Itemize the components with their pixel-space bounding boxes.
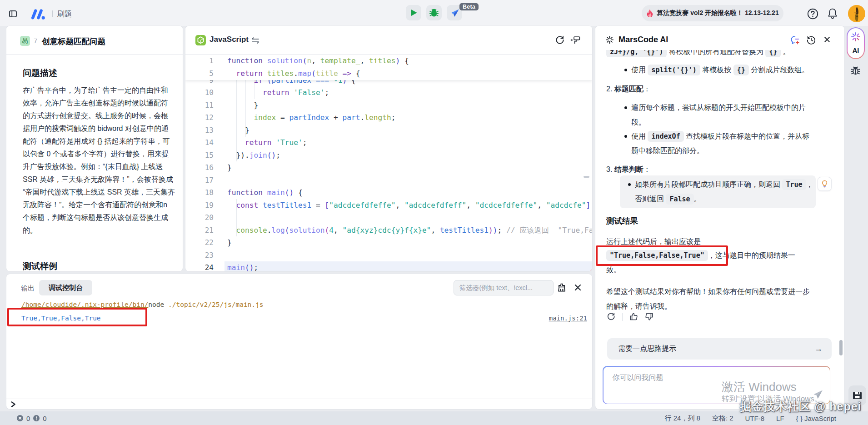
code-line-22[interactable]: 22} bbox=[185, 236, 592, 249]
code-text: } bbox=[227, 236, 232, 249]
code-line-24[interactable]: 24main(); bbox=[185, 261, 592, 271]
code-line-10[interactable]: 10 return 'False'; bbox=[185, 86, 592, 99]
bullet-dot bbox=[628, 183, 631, 186]
thumbs-down-icon[interactable] bbox=[645, 312, 653, 321]
ai-list-item: 遍历每个标题，尝试从标题的开头开始匹配模板中的片 段。 bbox=[606, 100, 815, 130]
ai-sidebar-button[interactable]: AI bbox=[847, 27, 865, 59]
marscode-ai-panel: 希望这个测试结果对你有帮助！如果你有任何问题或需要进一步 的解释，请告诉我。"T… bbox=[595, 26, 844, 409]
problem-desc-heading: 问题描述 bbox=[23, 67, 57, 79]
line-number: 5 bbox=[185, 67, 214, 80]
code-line-16[interactable]: 16} bbox=[185, 161, 592, 174]
code-text: function main() { bbox=[227, 186, 303, 199]
issue-report-icon[interactable] bbox=[850, 65, 861, 76]
warnings-count[interactable]: 0 bbox=[43, 415, 46, 422]
arrow-right-icon: → bbox=[814, 344, 823, 354]
notification-text: 算法竞技赛 vol2 开始报名啦！ 12.13-12.21 bbox=[657, 9, 778, 17]
ai-clipped-line: zJ+}/g, '{}') 将模板中的所有通配符替换为 {} 。 bbox=[606, 50, 815, 59]
console-panel: 输出 调试控制台 筛选器(例如 text、!excl... /home/clou… bbox=[6, 274, 592, 409]
code-line-18[interactable]: 18function main() { bbox=[185, 186, 592, 199]
clear-console-icon[interactable] bbox=[557, 283, 566, 292]
thumbs-up-icon[interactable] bbox=[629, 312, 638, 321]
code-text: } bbox=[227, 124, 249, 137]
encoding[interactable]: UTF-8 bbox=[745, 415, 765, 422]
console-prompt-icon[interactable] bbox=[10, 401, 16, 407]
problems-summary[interactable]: 0 0 bbox=[17, 411, 47, 425]
line-number: 24 bbox=[185, 261, 214, 271]
problem-header: 易 7 创意标题匹配问题 bbox=[6, 26, 183, 55]
code-line-14[interactable]: 14 return 'True'; bbox=[185, 136, 592, 149]
code-text: return titles.map(title => { bbox=[227, 67, 360, 80]
problem-title: 创意标题匹配问题 bbox=[42, 36, 105, 47]
flame-icon bbox=[646, 9, 653, 18]
line-number: 11 bbox=[185, 99, 214, 112]
console-filter-input[interactable]: 筛选器(例如 text、!excl... bbox=[454, 280, 554, 295]
marscode-ai-icon bbox=[606, 36, 614, 44]
help-icon[interactable] bbox=[807, 8, 818, 20]
command-path[interactable]: /home/cloudide/.nix-profile/bin/ bbox=[21, 301, 148, 308]
indentation[interactable]: 空格: 2 bbox=[712, 414, 733, 423]
code-line-1[interactable]: 1function solution(n, template_, titles)… bbox=[185, 55, 592, 67]
eol-type[interactable]: LF bbox=[776, 415, 784, 422]
ai-scrollbar-thumb[interactable] bbox=[839, 340, 843, 355]
braces-icon: { } bbox=[796, 415, 803, 422]
hint-suggestion-button[interactable]: 需要一点思路提示 → bbox=[607, 338, 832, 360]
avatar[interactable] bbox=[848, 5, 865, 22]
app-section-label: 刷题 bbox=[57, 10, 72, 19]
console-source-link[interactable]: main.js:21 bbox=[549, 314, 587, 323]
notification-banner[interactable]: 算法竞技赛 vol2 开始报名啦！ 12.13-12.21 bbox=[642, 5, 783, 21]
code-line-5[interactable]: 5 return titles.map(title => { bbox=[185, 67, 592, 80]
regenerate-icon[interactable] bbox=[607, 312, 615, 321]
code-line-21[interactable]: 21 console.log(solution(4, "ad{xyz}cdc{y… bbox=[185, 224, 592, 237]
cursor-position[interactable]: 行 24，列 8 bbox=[665, 414, 700, 423]
code-line-12[interactable]: 12 index = partIndex + part.length; bbox=[185, 111, 592, 124]
avatar-illustration bbox=[848, 5, 865, 22]
language-mode[interactable]: { } JavaScript bbox=[796, 415, 836, 422]
code-line-13[interactable]: 13 } bbox=[185, 124, 592, 137]
sticky-scroll: 1function solution(n, template_, titles)… bbox=[185, 55, 592, 80]
ai-panel-title: MarsCode AI bbox=[619, 35, 668, 45]
code-text: index = partIndex + part.length; bbox=[227, 111, 395, 124]
code-line-15[interactable]: 15 }).join(); bbox=[185, 149, 592, 162]
insight-button[interactable] bbox=[818, 177, 832, 191]
line-number: 23 bbox=[185, 249, 214, 262]
brand-divider bbox=[52, 10, 53, 17]
code-text: return 'False'; bbox=[227, 86, 329, 99]
code-line-20[interactable]: 20 bbox=[185, 211, 592, 224]
bell-icon[interactable] bbox=[827, 8, 838, 20]
tab-debug-console[interactable]: 调试控制台 bbox=[39, 280, 92, 295]
save-tool-icon bbox=[853, 391, 862, 400]
code-line-17[interactable]: 17 bbox=[185, 174, 592, 187]
swap-language-icon[interactable] bbox=[252, 37, 259, 44]
inline-code-chip: True bbox=[782, 179, 806, 190]
close-console-icon[interactable] bbox=[574, 284, 581, 291]
ai-paragraph: 希望这个测试结果对你有帮助！如果你有任何问题或需要进一步 的解释，请告诉我。 bbox=[606, 285, 815, 314]
close-ai-panel-icon[interactable] bbox=[824, 36, 830, 43]
ai-paragraph: zJ+}/g, '{}') 将模板中的所有通配符替换为 {} 。 bbox=[606, 50, 815, 59]
marscode-logo[interactable] bbox=[30, 9, 47, 20]
line-number: 22 bbox=[185, 236, 214, 249]
line-number: 13 bbox=[185, 124, 214, 137]
debug-button[interactable] bbox=[426, 5, 442, 20]
command-node: node bbox=[148, 301, 164, 308]
history-icon[interactable] bbox=[807, 35, 816, 45]
code-line-19[interactable]: 19 const testTitles1 = ["adcdcefdfeffe",… bbox=[185, 199, 592, 212]
format-code-icon[interactable] bbox=[570, 35, 580, 45]
run-button[interactable] bbox=[406, 5, 421, 20]
editor-panel: 9 if (partIndex === -1) {10 return 'Fals… bbox=[185, 26, 592, 271]
sidebar-toggle-icon[interactable] bbox=[9, 10, 17, 18]
inline-code-chip: zJ+}/g, '{}') bbox=[606, 50, 667, 57]
status-bar: 0 0 行 24，列 8 空格: 2 UTF-8 LF { } JavaScri… bbox=[0, 411, 868, 425]
errors-count[interactable]: 0 bbox=[26, 415, 30, 422]
new-chat-icon[interactable] bbox=[790, 35, 800, 45]
tab-output[interactable]: 输出 bbox=[21, 284, 35, 293]
annotation-box-expected-output bbox=[596, 245, 728, 266]
play-icon bbox=[410, 9, 418, 17]
code-area[interactable]: 9 if (partIndex === -1) {10 return 'Fals… bbox=[185, 55, 592, 271]
code-line-11[interactable]: 11 } bbox=[185, 99, 592, 112]
ai-input-placeholder: 你可以问我问题 bbox=[613, 373, 663, 383]
code-text: } bbox=[227, 161, 232, 174]
reset-code-icon[interactable] bbox=[555, 35, 564, 45]
bullet-dot bbox=[624, 135, 627, 138]
line-number: 16 bbox=[185, 161, 214, 174]
code-line-23[interactable]: 23 bbox=[185, 249, 592, 262]
